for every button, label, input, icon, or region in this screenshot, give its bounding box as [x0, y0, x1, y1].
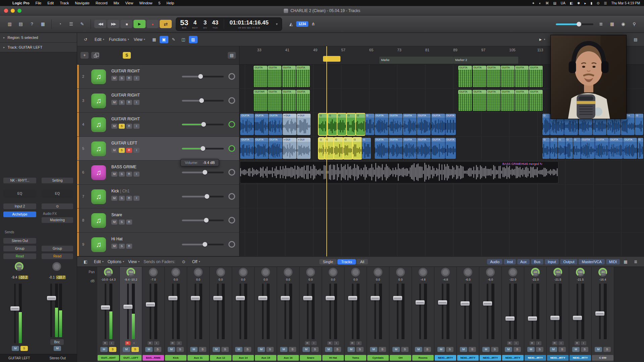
strip-solo-button[interactable]: S — [581, 347, 588, 352]
track-pan-knob[interactable] — [228, 121, 235, 128]
automation-mode-button[interactable]: Read — [3, 253, 36, 259]
region[interactable]: GUITA — [487, 90, 500, 111]
rewind-button[interactable]: ◀◀ — [94, 20, 106, 28]
strip-pan-knob[interactable] — [284, 268, 292, 277]
strip-solo-button[interactable]: S — [176, 347, 184, 352]
strip-pan-knob[interactable] — [306, 268, 315, 277]
strip-solo-button[interactable]: S — [401, 347, 409, 352]
mixer-filter-midi[interactable]: MIDI — [606, 259, 620, 264]
editors-toggle-icon[interactable]: ✎ — [77, 20, 87, 28]
region[interactable]: G — [542, 138, 550, 159]
strip-mute-button[interactable]: M — [190, 347, 198, 352]
volume-slider-thumb[interactable] — [204, 218, 209, 223]
track-pan-knob[interactable] — [228, 193, 235, 200]
fader-cap[interactable] — [258, 296, 267, 300]
mixer-strip-c-659[interactable]: -64-16.4MSC 659 — [592, 267, 614, 362]
strip-fader[interactable] — [142, 284, 164, 339]
mixer-strip-aux-14[interactable]: 0.0MSAux 14 — [232, 267, 255, 362]
mixer-strip-oh[interactable]: 0.0MSOH — [389, 267, 412, 362]
menu-window[interactable]: Window — [136, 1, 155, 5]
strip-fader[interactable] — [255, 284, 277, 339]
menu-navigate[interactable]: Navigate — [72, 1, 93, 5]
region[interactable]: GUITA — [515, 66, 529, 87]
strip-mute-button[interactable]: M — [258, 347, 265, 352]
stop-button[interactable]: ■ — [120, 20, 132, 28]
region[interactable]: GUITA — [389, 114, 402, 135]
solo-button[interactable]: S — [20, 346, 28, 351]
mixer-strip-neig-irty[interactable]: +63-21.5RIMSNEIG...IRTY — [547, 267, 569, 362]
region[interactable]: G — [334, 138, 343, 159]
record-button[interactable]: ● — [147, 20, 159, 28]
strip-pan-knob[interactable]: +63 — [126, 268, 135, 277]
region[interactable]: GUITA — [296, 90, 310, 111]
marquee-tool-icon[interactable]: ◫ — [179, 36, 188, 43]
strip-pan-knob[interactable] — [508, 268, 517, 277]
track-solo-button[interactable]: S — [119, 220, 125, 225]
strip-pan-knob[interactable] — [171, 268, 180, 277]
strip-solo-button[interactable]: S — [469, 347, 476, 352]
mixer-toggle-icon[interactable]: ☰ — [66, 20, 76, 28]
track-volume-slider[interactable] — [182, 98, 224, 103]
track-volume-slider[interactable] — [182, 146, 224, 151]
track-solo-button[interactable]: S — [119, 196, 125, 201]
playhead[interactable] — [326, 46, 327, 256]
mixer-filter-master-vca[interactable]: Master/VCA — [579, 259, 604, 264]
track-pan-knob[interactable] — [228, 241, 235, 248]
region[interactable]: G — [558, 138, 565, 159]
strip-record-button[interactable]: R — [305, 341, 310, 345]
track-mute-button[interactable]: M — [111, 220, 117, 225]
track-record-button[interactable]: R — [126, 100, 132, 105]
menubar-clock[interactable]: Thu Mar 5 4:19 PM — [611, 1, 640, 5]
bounce-button[interactable]: Bnc — [50, 339, 64, 345]
audio-device-icon[interactable]: ◧ — [570, 1, 573, 5]
track-solo-button[interactable]: S — [119, 100, 125, 105]
region[interactable]: • GUI — [297, 114, 311, 135]
audio-fx-plugin-slot[interactable]: Archetype — [3, 212, 36, 217]
strip-fader[interactable] — [367, 284, 389, 339]
track-input-button[interactable]: I — [133, 124, 140, 129]
mixer-strip-toms[interactable]: 0.0RIMSToms — [344, 267, 367, 362]
mute-button[interactable]: M — [12, 346, 19, 351]
count-in-button[interactable]: 1234 — [296, 21, 308, 27]
strip-record-button[interactable]: R — [507, 341, 513, 345]
strip-solo-button[interactable]: S — [446, 347, 453, 352]
track-volume-slider[interactable] — [182, 218, 224, 223]
mixer-strip-aux-16[interactable]: 0.0MSAux 16 — [277, 267, 300, 362]
strip-solo-button[interactable]: S — [491, 347, 498, 352]
region[interactable]: GUITA — [375, 138, 388, 159]
track-volume-slider[interactable] — [182, 242, 224, 247]
strip-pan-knob[interactable] — [396, 268, 405, 277]
track-inspector-header[interactable]: ▸ Track: GUITAR LEFT — [0, 43, 77, 52]
strip-pan-knob[interactable] — [374, 268, 382, 277]
display-icon[interactable]: ▤ — [553, 1, 556, 5]
region[interactable]: G — [343, 138, 353, 159]
region[interactable]: GUITA — [458, 90, 472, 111]
track-record-button[interactable]: R — [126, 244, 132, 249]
region[interactable]: GUITA — [282, 90, 296, 111]
strip-fader[interactable] — [120, 284, 142, 339]
eq-thumbnail[interactable]: EQ — [42, 190, 73, 198]
track-mute-button[interactable]: M — [111, 124, 117, 129]
strip-input-button[interactable]: I — [356, 341, 362, 345]
menu-edit[interactable]: Edit — [44, 1, 57, 5]
mixer-menu-options[interactable]: Options▾ — [108, 259, 124, 264]
track-header-options-icon[interactable]: ▤ — [228, 52, 236, 59]
strip-solo-button[interactable]: S — [514, 347, 521, 352]
mixer-strip-rooms[interactable]: -4.8MSRooms — [412, 267, 434, 362]
strip-pan-knob[interactable]: +63 — [553, 268, 562, 277]
ua-menu[interactable]: UA — [561, 1, 566, 5]
track-input-button[interactable]: I — [133, 196, 140, 201]
region[interactable]: GUITA — [268, 66, 281, 87]
strip-pan-knob[interactable] — [464, 268, 472, 277]
volume-slider-thumb[interactable] — [205, 194, 209, 199]
strip-fader[interactable] — [592, 284, 614, 339]
region[interactable]: G — [362, 138, 371, 159]
mute-button[interactable]: M — [54, 346, 61, 351]
strip-input-button[interactable]: I — [154, 341, 159, 345]
region[interactable]: GUITA — [403, 114, 417, 135]
region[interactable]: GUITA — [595, 138, 609, 159]
region[interactable]: GUITA — [240, 114, 254, 135]
mixer-filter-inst[interactable]: Inst — [504, 259, 516, 264]
fader-cap[interactable] — [10, 306, 19, 311]
region[interactable]: GUITA — [445, 138, 456, 159]
